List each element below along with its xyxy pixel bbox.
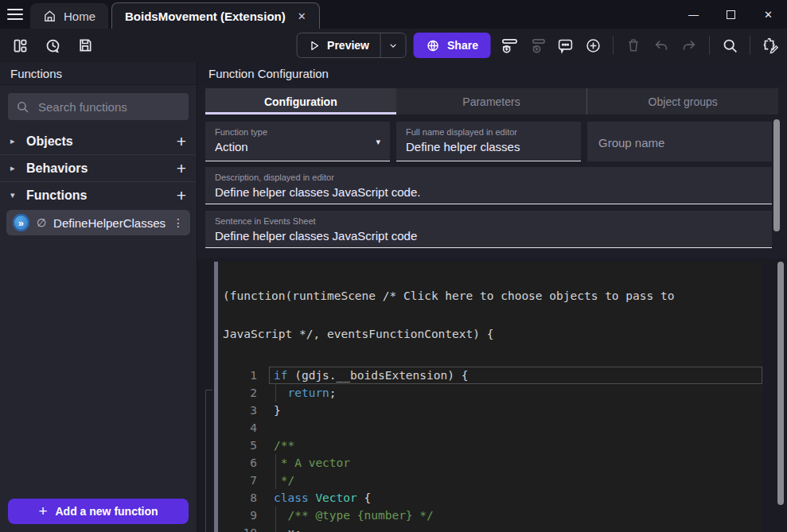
tab-configuration[interactable]: Configuration: [205, 88, 396, 115]
main-menu-button[interactable]: [0, 0, 30, 29]
group-name-input[interactable]: [597, 135, 762, 150]
code-text[interactable]: return;: [269, 384, 762, 402]
code-header[interactable]: (function(runtimeScene /* Click here to …: [220, 262, 762, 367]
titlebar: Home BoidsMovement (Extension) ✕ — ✕: [0, 0, 787, 29]
search-icon[interactable]: [719, 35, 740, 56]
minimize-button[interactable]: —: [675, 0, 712, 29]
field-label: Sentence in Events Sheet: [215, 216, 762, 226]
code-text[interactable]: if (gdjs.__boidsExtension) {: [269, 367, 762, 384]
js-code-editor[interactable]: (function(runtimeScene /* Click here to …: [220, 262, 762, 532]
chevron-down-icon[interactable]: ▾: [10, 190, 18, 200]
tab-home-label: Home: [64, 10, 95, 23]
code-line[interactable]: 5/**: [220, 437, 762, 454]
full-name-field[interactable]: Full name displayed in editor Define hel…: [396, 122, 581, 161]
config-scrollbar[interactable]: [773, 119, 780, 231]
code-line[interactable]: 3}: [220, 402, 762, 419]
code-line[interactable]: 8class Vector {: [220, 489, 762, 507]
line-number: 7: [220, 472, 269, 489]
version-history-icon[interactable]: [42, 35, 63, 56]
play-icon: [308, 40, 320, 52]
close-button[interactable]: ✕: [750, 0, 787, 29]
toolbar-right-group: [499, 29, 781, 62]
configuration-tabs: Configuration Parameters Object groups: [205, 88, 778, 115]
code-line[interactable]: 1if (gdjs.__boidsExtension) {: [220, 367, 762, 384]
code-text[interactable]: * A vector: [269, 454, 762, 472]
chevron-right-icon[interactable]: ▸: [10, 136, 18, 146]
add-subevent-icon[interactable]: [527, 35, 547, 56]
main-panel: Function Configuration Configuration Par…: [197, 62, 787, 532]
line-number: 10: [220, 524, 269, 532]
group-name-field[interactable]: [587, 122, 772, 161]
search-input[interactable]: [37, 99, 198, 115]
code-line[interactable]: 6 * A vector: [220, 454, 762, 472]
app-window: Home BoidsMovement (Extension) ✕ — ✕: [0, 0, 787, 532]
line-number: 6: [220, 454, 269, 472]
add-new-function-label: Add a new function: [56, 505, 158, 518]
sidebar-item-objects[interactable]: ▸ Objects +: [0, 128, 197, 154]
sidebar-item-functions[interactable]: ▾ Functions +: [0, 182, 197, 208]
save-icon[interactable]: [75, 35, 95, 56]
dropdown-caret-icon: ▾: [376, 136, 380, 146]
kebab-menu-icon[interactable]: ⋮: [173, 216, 184, 229]
code-line[interactable]: 4: [220, 419, 762, 437]
maximize-button[interactable]: [712, 0, 750, 29]
field-label: Full name displayed in editor: [406, 127, 571, 137]
tab-home[interactable]: Home: [30, 3, 108, 29]
preview-dropdown-button[interactable]: [381, 41, 406, 51]
code-text[interactable]: class Vector {: [269, 489, 762, 507]
code-line[interactable]: 9 /** @type {number} */: [220, 507, 762, 524]
code-text[interactable]: */: [269, 472, 762, 489]
event-drag-handle[interactable]: [214, 262, 218, 532]
add-new-function-button[interactable]: + Add a new function: [8, 499, 189, 524]
section-label: Functions: [26, 188, 87, 203]
line-number: 8: [220, 489, 269, 507]
line-number: 2: [220, 384, 269, 402]
code-scrollbar[interactable]: [777, 262, 784, 505]
delete-icon[interactable]: [623, 35, 644, 56]
code-text[interactable]: }: [269, 402, 762, 419]
line-number: 5: [220, 437, 269, 454]
edit-extension-icon[interactable]: [760, 35, 781, 56]
code-text[interactable]: /** @type {number} */: [269, 507, 762, 524]
code-text[interactable]: x;: [269, 524, 762, 532]
sidebar-item-behaviors[interactable]: ▸ Behaviors +: [0, 155, 197, 181]
tab-parameters[interactable]: Parameters: [396, 88, 587, 115]
function-list-item-selected[interactable]: » ∅ DefineHelperClasses ⋮: [6, 210, 190, 235]
line-number: 9: [220, 507, 269, 524]
add-function-button[interactable]: +: [177, 187, 186, 204]
function-name: DefineHelperClasses: [53, 216, 166, 230]
chevron-right-icon[interactable]: ▸: [10, 163, 18, 173]
code-line[interactable]: 10 x;: [220, 524, 762, 532]
add-other-event-icon[interactable]: [582, 35, 603, 56]
code-text[interactable]: /**: [269, 437, 762, 454]
redo-icon[interactable]: [679, 35, 699, 56]
undo-icon[interactable]: [651, 35, 672, 56]
add-behavior-button[interactable]: +: [177, 160, 186, 177]
sidebar-footer: + Add a new function: [0, 491, 197, 532]
code-line[interactable]: 7 */: [220, 472, 762, 489]
section-label: Objects: [26, 134, 73, 149]
preview-button[interactable]: Preview: [296, 33, 407, 58]
add-object-button[interactable]: +: [177, 133, 186, 150]
tab-object-groups[interactable]: Object groups: [586, 88, 778, 115]
private-icon: ∅: [37, 216, 46, 229]
field-value: Define helper classes JavaScript code.: [215, 185, 762, 199]
code-text[interactable]: [269, 419, 762, 437]
sidebar-title: Functions: [0, 62, 197, 85]
layout-panels-icon[interactable]: [10, 35, 30, 56]
selection-bracket: [205, 390, 212, 532]
code-line[interactable]: 2 return;: [220, 384, 762, 402]
code-lines: 1if (gdjs.__boidsExtension) {2 return;3}…: [220, 367, 762, 532]
tab-document-label: BoidsMovement (Extension): [125, 10, 286, 23]
share-button[interactable]: Share: [414, 33, 491, 58]
tab-document[interactable]: BoidsMovement (Extension) ✕: [111, 2, 320, 29]
line-number: 1: [220, 367, 269, 384]
tab-close-icon[interactable]: ✕: [298, 10, 306, 22]
line-number: 4: [220, 419, 269, 437]
add-comment-icon[interactable]: [555, 35, 575, 56]
add-event-icon[interactable]: [499, 35, 520, 56]
description-field[interactable]: Description, displayed in editor Define …: [205, 167, 772, 204]
function-type-select[interactable]: Function type Action ▾: [205, 122, 390, 161]
sentence-field[interactable]: Sentence in Events Sheet Define helper c…: [205, 211, 772, 248]
search-box[interactable]: [8, 93, 189, 120]
